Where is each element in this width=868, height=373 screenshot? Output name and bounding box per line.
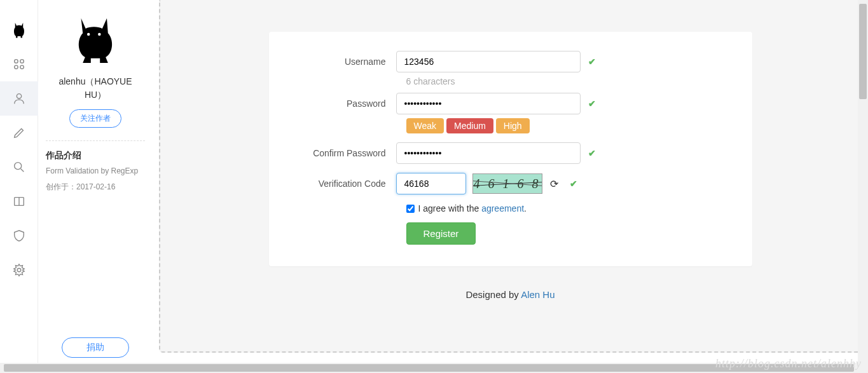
- nav-search-icon[interactable]: [0, 150, 38, 184]
- password-input[interactable]: [396, 93, 581, 114]
- register-button[interactable]: Register: [406, 222, 476, 245]
- follow-author-button[interactable]: 关注作者: [69, 109, 121, 128]
- horizontal-scrollbar[interactable]: [0, 363, 868, 373]
- check-icon: ✔: [588, 57, 596, 67]
- svg-point-10: [87, 33, 90, 36]
- divider: [46, 140, 145, 141]
- refresh-icon[interactable]: ⟳: [550, 178, 558, 190]
- agreement-link[interactable]: agreement: [481, 203, 524, 214]
- strength-weak-badge: Weak: [406, 118, 444, 133]
- verification-label: Verification Code: [288, 179, 396, 189]
- password-label: Password: [288, 98, 396, 109]
- captcha-image[interactable]: 4 6 1 6 8: [472, 173, 542, 194]
- created-date: 创作于：2017-02-16: [46, 182, 145, 193]
- avatar: [67, 11, 124, 69]
- agree-suffix: .: [524, 203, 527, 214]
- icon-rail: [0, 0, 38, 373]
- svg-line-6: [20, 169, 24, 172]
- username-label: Username: [288, 57, 396, 67]
- username-help: 6 characters: [406, 76, 733, 86]
- svg-point-0: [14, 60, 18, 64]
- svg-point-5: [14, 163, 21, 170]
- svg-point-4: [17, 94, 21, 98]
- svg-point-3: [20, 65, 24, 69]
- vertical-scrollbar[interactable]: [858, 0, 868, 373]
- svg-point-9: [17, 268, 21, 272]
- nav-settings-icon[interactable]: [0, 253, 38, 287]
- intro-desc: Form Validation by RegExp: [46, 166, 145, 175]
- svg-point-11: [98, 33, 101, 36]
- designed-by: Designed by Alen Hu: [465, 289, 555, 300]
- strength-medium-badge: Medium: [446, 118, 493, 133]
- nav-grid-icon[interactable]: [0, 47, 38, 81]
- main-area: Username ✔ 6 characters Password ✔ Weak …: [153, 0, 868, 373]
- username-input[interactable]: [396, 51, 581, 72]
- password-strength: Weak Medium High: [406, 118, 733, 133]
- svg-point-2: [14, 65, 18, 69]
- donate-button[interactable]: 捐助: [62, 337, 129, 358]
- nav-book-icon[interactable]: [0, 184, 38, 219]
- verification-input[interactable]: [396, 173, 466, 194]
- nav-user-icon[interactable]: [0, 81, 38, 116]
- intro-title: 作品介绍: [46, 150, 145, 161]
- check-icon: ✔: [570, 179, 577, 189]
- profile-column: alenhu（HAOYUE HU） 关注作者 作品介绍 Form Validat…: [38, 0, 153, 373]
- agree-prefix: I agree with the: [418, 203, 482, 214]
- confirm-password-label: Confirm Password: [288, 148, 396, 158]
- author-name: alenhu（HAOYUE HU）: [59, 75, 132, 102]
- agree-checkbox[interactable]: [406, 205, 415, 213]
- nav-edit-icon[interactable]: [0, 116, 38, 150]
- register-form: Username ✔ 6 characters Password ✔ Weak …: [269, 32, 752, 266]
- logo-icon[interactable]: [0, 13, 38, 47]
- nav-shield-icon[interactable]: [0, 219, 38, 253]
- check-icon: ✔: [588, 148, 596, 158]
- preview-panel: Username ✔ 6 characters Password ✔ Weak …: [159, 0, 862, 353]
- agree-row: I agree with the agreement.: [406, 203, 733, 214]
- confirm-password-input[interactable]: [396, 142, 581, 164]
- svg-point-1: [20, 60, 24, 64]
- strength-high-badge: High: [496, 118, 530, 133]
- designer-link[interactable]: Alen Hu: [521, 289, 555, 300]
- check-icon: ✔: [588, 98, 596, 109]
